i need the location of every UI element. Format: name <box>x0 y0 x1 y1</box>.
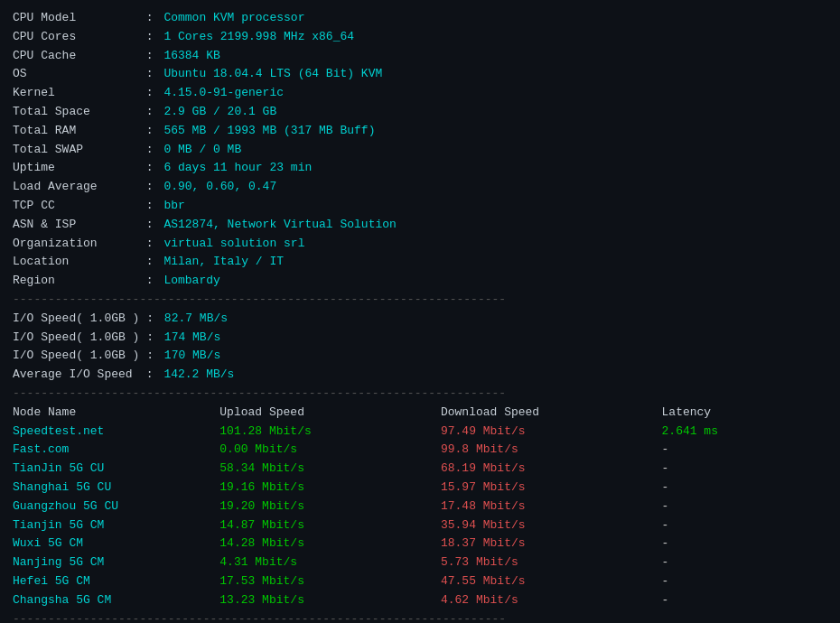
io-speed3-value: 170 MB/s <box>164 347 220 366</box>
network-latency-1: - <box>662 441 827 460</box>
asn-value: AS12874, Network Virtual Solution <box>163 216 396 235</box>
network-download-9: 4.62 Mbit/s <box>441 591 662 610</box>
total-ram-row: Total RAM : 565 MB / 1993 MB (317 MB Buf… <box>13 122 827 141</box>
cpu-cache-value: 16384 KB <box>163 47 219 66</box>
network-node-7: Nanjing 5G CM <box>13 553 219 572</box>
network-node-0: Speedtest.net <box>13 423 219 442</box>
uptime-value: 6 days 11 hour 23 min <box>163 159 312 178</box>
network-upload-1: 0.00 Mbit/s <box>219 441 441 460</box>
network-row-7: Nanjing 5G CM4.31 Mbit/s5.73 Mbit/s- <box>13 553 827 572</box>
network-latency-9: - <box>662 591 827 610</box>
network-node-9: Changsha 5G CM <box>13 591 219 610</box>
network-upload-2: 58.34 Mbit/s <box>219 460 441 479</box>
network-download-8: 47.55 Mbit/s <box>441 572 662 591</box>
region-value: Lombardy <box>163 272 219 291</box>
network-download-0: 97.49 Mbit/s <box>441 423 662 442</box>
terminal-output: CPU Model : Common KVM processor CPU Cor… <box>13 9 827 623</box>
network-node-8: Hefei 5G CM <box>13 572 219 591</box>
cpu-cache-row: CPU Cache : 16384 KB <box>13 47 827 66</box>
network-latency-7: - <box>662 553 827 572</box>
total-space-row: Total Space : 2.9 GB / 20.1 GB <box>13 103 827 122</box>
total-ram-label: Total RAM <box>13 122 139 141</box>
org-row: Organization : virtual solution srl <box>13 235 827 254</box>
header-download: Download Speed <box>441 404 662 423</box>
sysinfo-section: CPU Model : Common KVM processor CPU Cor… <box>13 9 827 291</box>
header-node: Node Name <box>13 404 219 423</box>
network-upload-0: 101.28 Mbit/s <box>219 423 441 442</box>
network-row-5: Tianjin 5G CM14.87 Mbit/s35.94 Mbit/s- <box>13 516 827 535</box>
io-speed1-label: I/O Speed( 1.0GB ) <box>13 310 139 329</box>
network-row-6: Wuxi 5G CM14.28 Mbit/s18.37 Mbit/s- <box>13 535 827 553</box>
uptime-label: Uptime <box>13 159 139 178</box>
tcp-cc-value: bbr <box>163 197 184 216</box>
cpu-model-label: CPU Model <box>13 9 139 28</box>
io-speed1-value: 82.7 MB/s <box>164 310 228 329</box>
location-label: Location <box>13 253 139 272</box>
network-table-header: Node Name Upload Speed Download Speed La… <box>13 404 827 423</box>
divider-1: ----------------------------------------… <box>13 291 827 310</box>
uptime-row: Uptime : 6 days 11 hour 23 min <box>13 159 827 178</box>
kernel-row: Kernel : 4.15.0-91-generic <box>13 84 827 103</box>
io-avg-row: Average I/O Speed : 142.2 MB/s <box>13 366 827 385</box>
io-section: I/O Speed( 1.0GB ) : 82.7 MB/s I/O Speed… <box>13 310 827 385</box>
io-avg-label: Average I/O Speed <box>13 366 139 385</box>
location-row: Location : Milan, Italy / IT <box>13 253 827 272</box>
io-speed2-label: I/O Speed( 1.0GB ) <box>13 329 139 348</box>
total-space-label: Total Space <box>13 103 139 122</box>
total-swap-label: Total SWAP <box>13 141 139 160</box>
io-speed2-row: I/O Speed( 1.0GB ) : 174 MB/s <box>13 329 827 348</box>
network-row-3: Shanghai 5G CU19.16 Mbit/s15.97 Mbit/s- <box>13 479 827 497</box>
network-latency-5: - <box>662 516 827 535</box>
divider-3: ----------------------------------------… <box>13 610 827 624</box>
org-label: Organization <box>13 235 139 254</box>
network-upload-6: 14.28 Mbit/s <box>219 535 441 553</box>
io-speed1-row: I/O Speed( 1.0GB ) : 82.7 MB/s <box>13 310 827 329</box>
network-section: Node Name Upload Speed Download Speed La… <box>13 404 827 610</box>
network-download-2: 68.19 Mbit/s <box>441 460 662 479</box>
network-upload-4: 19.20 Mbit/s <box>219 497 441 516</box>
divider-2: ----------------------------------------… <box>13 385 827 404</box>
network-download-5: 35.94 Mbit/s <box>441 516 662 535</box>
load-avg-value: 0.90, 0.60, 0.47 <box>163 178 276 197</box>
load-avg-row: Load Average : 0.90, 0.60, 0.47 <box>13 178 827 197</box>
network-node-5: Tianjin 5G CM <box>13 516 219 535</box>
total-swap-value: 0 MB / 0 MB <box>163 141 241 160</box>
cpu-cores-value: 1 Cores 2199.998 MHz x86_64 <box>163 28 354 47</box>
network-upload-3: 19.16 Mbit/s <box>219 479 441 497</box>
network-node-6: Wuxi 5G CM <box>13 535 219 553</box>
network-latency-6: - <box>662 535 827 553</box>
cpu-cores-label: CPU Cores <box>13 28 139 47</box>
network-latency-0: 2.641 ms <box>662 423 827 442</box>
network-row-8: Hefei 5G CM17.53 Mbit/s47.55 Mbit/s- <box>13 572 827 591</box>
os-value: Ubuntu 18.04.4 LTS (64 Bit) KVM <box>163 65 382 84</box>
network-upload-9: 13.23 Mbit/s <box>219 591 441 610</box>
location-value: Milan, Italy / IT <box>163 253 284 272</box>
network-upload-8: 17.53 Mbit/s <box>219 572 441 591</box>
load-avg-label: Load Average <box>13 178 139 197</box>
total-ram-value: 565 MB / 1993 MB (317 MB Buff) <box>163 122 375 141</box>
total-space-value: 2.9 GB / 20.1 GB <box>163 103 276 122</box>
region-row: Region : Lombardy <box>13 272 827 291</box>
network-node-1: Fast.com <box>13 441 219 460</box>
network-table: Node Name Upload Speed Download Speed La… <box>13 404 827 610</box>
os-row: OS : Ubuntu 18.04.4 LTS (64 Bit) KVM <box>13 65 827 84</box>
cpu-model-value: Common KVM processor <box>163 9 304 28</box>
asn-row: ASN & ISP : AS12874, Network Virtual Sol… <box>13 216 827 235</box>
network-row-1: Fast.com0.00 Mbit/s99.8 Mbit/s- <box>13 441 827 460</box>
network-latency-8: - <box>662 572 827 591</box>
network-download-1: 99.8 Mbit/s <box>441 441 662 460</box>
io-speed3-label: I/O Speed( 1.0GB ) <box>13 347 139 366</box>
network-download-3: 15.97 Mbit/s <box>441 479 662 497</box>
network-upload-7: 4.31 Mbit/s <box>219 553 441 572</box>
io-speed3-row: I/O Speed( 1.0GB ) : 170 MB/s <box>13 347 827 366</box>
cpu-model-row: CPU Model : Common KVM processor <box>13 9 827 28</box>
io-avg-value: 142.2 MB/s <box>163 366 234 385</box>
network-node-4: Guangzhou 5G CU <box>13 497 219 516</box>
tcp-cc-row: TCP CC : bbr <box>13 197 827 216</box>
kernel-value: 4.15.0-91-generic <box>163 84 284 103</box>
io-speed2-value: 174 MB/s <box>164 329 220 348</box>
network-latency-4: - <box>662 497 827 516</box>
network-node-2: TianJin 5G CU <box>13 460 219 479</box>
org-value: virtual solution srl <box>163 235 304 254</box>
kernel-label: Kernel <box>13 84 139 103</box>
